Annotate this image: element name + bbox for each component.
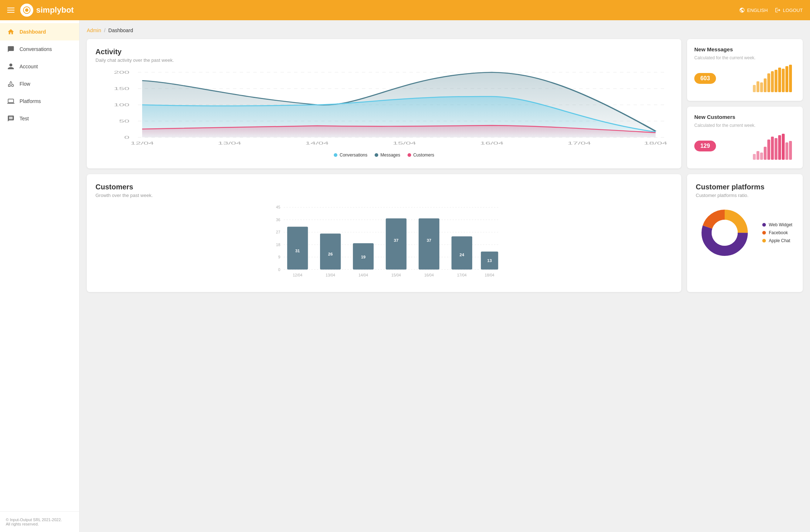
activity-subtitle: Daily chat activity over the past week. xyxy=(95,57,673,63)
footer-line2: All rights reserved. xyxy=(6,522,73,526)
svg-text:13/04: 13/04 xyxy=(218,141,242,145)
svg-text:24: 24 xyxy=(460,253,464,257)
bottom-grid: Customers Growth over the past week. 45 … xyxy=(87,174,803,292)
svg-rect-40 xyxy=(789,141,792,160)
customers-bar-chart-svg: 45 36 27 18 9 0 31 26 xyxy=(95,204,673,283)
donut-chart xyxy=(696,204,754,262)
legend-facebook: Facebook xyxy=(762,230,792,235)
svg-text:45: 45 xyxy=(276,205,280,209)
layout: Dashboard Conversations Account Flow xyxy=(0,20,810,532)
svg-rect-27 xyxy=(782,69,785,92)
dashboard-icon xyxy=(7,28,14,35)
header-right: ENGLISH LOGOUT xyxy=(739,7,803,13)
svg-text:17/04: 17/04 xyxy=(457,273,466,277)
menu-button[interactable] xyxy=(7,8,14,13)
svg-rect-22 xyxy=(764,78,767,92)
sidebar-label-conversations: Conversations xyxy=(20,46,52,52)
platforms-subtitle: Customer platforms ratio. xyxy=(696,193,794,198)
apple-chat-label: Apple Chat xyxy=(769,238,790,243)
language-button[interactable]: ENGLISH xyxy=(739,7,768,13)
new-messages-card: New Messages Calculated for the current … xyxy=(687,39,803,101)
svg-rect-36 xyxy=(775,138,777,160)
flow-icon xyxy=(7,80,14,87)
platforms-icon xyxy=(7,98,14,105)
sidebar-footer: © Input-Output SRL 2021-2022. All rights… xyxy=(0,511,79,532)
right-column: New Messages Calculated for the current … xyxy=(687,39,803,168)
sidebar-item-flow[interactable]: Flow xyxy=(0,75,79,93)
new-messages-badge: 603 xyxy=(694,73,716,84)
svg-text:9: 9 xyxy=(278,255,280,259)
svg-text:18: 18 xyxy=(276,243,280,247)
new-messages-desc: Calculated for the current week. xyxy=(694,55,796,60)
new-messages-bars xyxy=(752,63,796,94)
svg-rect-34 xyxy=(767,140,770,160)
svg-text:14/04: 14/04 xyxy=(358,273,368,277)
svg-rect-25 xyxy=(775,70,777,92)
svg-rect-35 xyxy=(771,137,774,160)
svg-text:100: 100 xyxy=(114,103,129,107)
svg-text:37: 37 xyxy=(427,238,431,243)
legend-messages: Messages xyxy=(375,153,400,158)
header-left: simplybot xyxy=(7,4,74,17)
svg-text:19: 19 xyxy=(361,255,366,259)
svg-text:16/04: 16/04 xyxy=(480,141,504,145)
breadcrumb-separator: / xyxy=(104,27,106,33)
customers-subtitle: Growth over the past week. xyxy=(95,193,673,198)
customers-bar-chart: 45 36 27 18 9 0 31 26 xyxy=(95,204,673,283)
svg-rect-53 xyxy=(287,227,308,270)
platforms-card: Customer platforms Customer platforms ra… xyxy=(687,174,803,292)
breadcrumb: Admin / Dashboard xyxy=(87,27,803,33)
activity-chart: 200 150 100 50 0 12/04 13/04 14/04 15/04… xyxy=(95,69,673,148)
legend-conversations-label: Conversations xyxy=(340,153,367,158)
new-customers-desc: Calculated for the current week. xyxy=(694,123,796,128)
logout-label: LOGOUT xyxy=(783,8,803,13)
sidebar: Dashboard Conversations Account Flow xyxy=(0,20,80,532)
sidebar-label-dashboard: Dashboard xyxy=(20,29,46,35)
legend-apple-chat: Apple Chat xyxy=(762,238,792,243)
web-widget-dot xyxy=(762,223,766,227)
sidebar-label-flow: Flow xyxy=(20,81,30,87)
language-label: ENGLISH xyxy=(747,8,768,13)
svg-text:36: 36 xyxy=(276,218,280,222)
svg-point-77 xyxy=(712,220,738,246)
legend-web-widget: Web Widget xyxy=(762,222,792,227)
new-customers-badge: 129 xyxy=(694,141,716,151)
logo: simplybot xyxy=(20,4,74,17)
svg-text:200: 200 xyxy=(114,70,129,74)
svg-rect-38 xyxy=(782,134,785,160)
svg-text:0: 0 xyxy=(278,267,280,272)
account-icon xyxy=(7,63,14,70)
test-icon xyxy=(7,115,14,122)
sidebar-item-platforms[interactable]: Platforms xyxy=(0,93,79,110)
svg-text:13/04: 13/04 xyxy=(326,273,335,277)
donut-container: Web Widget Facebook Apple Chat xyxy=(696,204,794,262)
facebook-dot xyxy=(762,231,766,235)
svg-text:12/04: 12/04 xyxy=(131,141,154,145)
sidebar-item-dashboard[interactable]: Dashboard xyxy=(0,23,79,40)
customers-title: Customers xyxy=(95,183,673,191)
legend-conversations-dot xyxy=(334,153,337,157)
legend-customers-label: Customers xyxy=(413,153,434,158)
svg-rect-24 xyxy=(771,71,774,92)
svg-text:14/04: 14/04 xyxy=(305,141,329,145)
breadcrumb-admin[interactable]: Admin xyxy=(87,27,101,33)
customers-card: Customers Growth over the past week. 45 … xyxy=(87,174,681,292)
svg-text:18/04: 18/04 xyxy=(644,141,668,145)
sidebar-item-test[interactable]: Test xyxy=(0,110,79,127)
chart-legend: Conversations Messages Customers xyxy=(95,153,673,158)
svg-rect-29 xyxy=(789,65,792,92)
svg-text:12/04: 12/04 xyxy=(293,273,302,277)
svg-rect-19 xyxy=(753,85,756,92)
legend-conversations: Conversations xyxy=(334,153,367,158)
sidebar-label-test: Test xyxy=(20,116,29,121)
logout-button[interactable]: LOGOUT xyxy=(775,7,803,13)
logo-text: simplybot xyxy=(36,5,74,15)
logo-icon xyxy=(20,4,33,17)
legend-customers-dot xyxy=(408,153,411,157)
svg-text:15/04: 15/04 xyxy=(391,273,401,277)
svg-rect-32 xyxy=(760,153,763,160)
sidebar-item-account[interactable]: Account xyxy=(0,58,79,75)
new-messages-body: 603 xyxy=(694,63,796,94)
legend-messages-dot xyxy=(375,153,378,157)
sidebar-item-conversations[interactable]: Conversations xyxy=(0,40,79,58)
